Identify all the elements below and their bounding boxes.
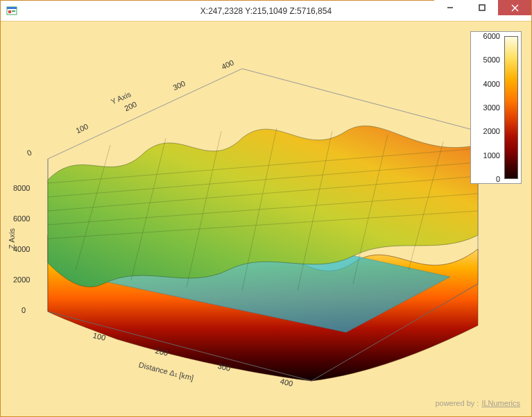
z-axis-label: Z Axis bbox=[8, 228, 16, 249]
cb-tick: 0 bbox=[496, 175, 500, 183]
footer-link[interactable]: ILNumerics bbox=[481, 399, 520, 407]
colorbar-gradient bbox=[504, 36, 518, 179]
colorbar: 0 1000 2000 3000 4000 5000 6000 bbox=[470, 31, 522, 184]
client-area: 0 100 200 300 400 Y Axis 100 200 300 400… bbox=[1, 22, 531, 416]
z-tick: 8000 bbox=[13, 184, 30, 192]
app-icon bbox=[6, 6, 17, 17]
minimize-button[interactable] bbox=[434, 0, 466, 15]
cb-tick: 2000 bbox=[483, 127, 500, 135]
titlebar[interactable]: X:247,2328 Y:215,1049 Z:5716,854 bbox=[1, 1, 531, 22]
z-tick: 2000 bbox=[13, 275, 30, 284]
svg-rect-5 bbox=[479, 5, 485, 10]
cb-tick: 4000 bbox=[483, 80, 500, 88]
cb-tick: 5000 bbox=[483, 56, 500, 64]
maximize-button[interactable] bbox=[466, 0, 498, 15]
svg-rect-2 bbox=[8, 10, 11, 13]
svg-rect-3 bbox=[12, 10, 15, 12]
footer: powered by : ILNumerics bbox=[6, 395, 526, 411]
cb-tick: 6000 bbox=[483, 32, 500, 40]
app-window: X:247,2328 Y:215,1049 Z:5716,854 bbox=[0, 0, 532, 417]
footer-prefix: powered by : bbox=[435, 399, 479, 407]
cb-tick: 3000 bbox=[483, 103, 500, 112]
colorbar-ticks: 0 1000 2000 3000 4000 5000 6000 bbox=[477, 36, 500, 179]
svg-rect-1 bbox=[7, 7, 17, 9]
close-button[interactable] bbox=[498, 0, 531, 15]
cb-tick: 1000 bbox=[483, 151, 500, 160]
surface-canvas bbox=[6, 27, 526, 395]
z-tick: 6000 bbox=[13, 214, 30, 223]
z-tick: 0 bbox=[22, 306, 26, 314]
window-controls bbox=[434, 1, 531, 21]
plot-3d[interactable]: 0 100 200 300 400 Y Axis 100 200 300 400… bbox=[6, 27, 526, 395]
